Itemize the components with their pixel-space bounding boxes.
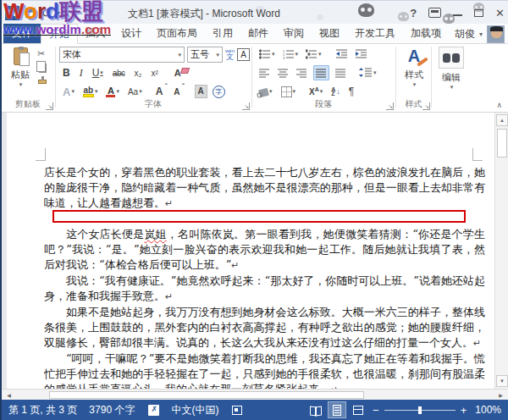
text-effects-icon[interactable]: A▾ [61,84,76,99]
font-color-icon[interactable]: A▾ [104,84,121,99]
page-indicator[interactable]: 第 1 页, 共 3 页 [8,403,77,417]
subscript-icon[interactable]: x₂ [132,65,143,80]
format-painter-icon[interactable] [38,80,47,84]
bullets-icon[interactable]: ▾ [257,47,277,62]
font-size-select[interactable]: 五号 ▾ [187,47,223,63]
horizontal-scrollbar[interactable]: ◀ ▶ [2,389,508,400]
enclose-characters-icon[interactable]: 字 [213,86,225,98]
font-dialog-launcher[interactable] [242,102,250,110]
tab-file[interactable]: 文件 [3,24,41,43]
character-border-icon[interactable]: A [237,48,250,61]
tab-加载项[interactable]: 加载项 [403,24,449,43]
web-layout-icon[interactable] [349,401,367,418]
grow-font-icon[interactable]: Aˆ [154,84,168,99]
proofing-errors-icon[interactable] [148,405,159,416]
change-case-icon[interactable]: Aa▾ [126,84,144,99]
language-indicator[interactable]: 中文(中国) [171,403,218,417]
user-account-area[interactable]: 胡俊 ▾ [455,24,505,44]
distribute-text-icon[interactable] [334,65,348,80]
clipboard-icon [14,47,28,65]
cut-icon[interactable]: ✂ [37,48,47,59]
user-avatar[interactable] [487,25,505,43]
zoom-slider[interactable] [384,410,456,411]
tab-设计[interactable]: 设计 [113,24,149,43]
shading-icon[interactable]: ▾ [257,84,274,99]
paragraph: 店长是个女的，穿着黑色的职业套装，看上去二十七八岁左右，棕色的波浪发扎在脑后，她… [44,165,485,212]
undo-icon[interactable]: ↺ [41,7,51,19]
numbering-icon[interactable]: 123 ▾ [281,47,301,62]
asian-layout-icon[interactable]: XA▾ [307,84,324,99]
scroll-down-icon[interactable]: ▼ [496,375,508,387]
editing-button[interactable]: 编辑 ▾ [437,47,466,101]
collapse-ribbon-icon[interactable]: ∧ [496,101,502,109]
tab-页面布局[interactable]: 页面布局 [149,24,205,43]
zoom-out-icon[interactable]: − [373,404,379,417]
superscript-icon[interactable]: x² [149,65,159,80]
document-text[interactable]: 店长是个女的，穿着黑色的职业套装，看上去二十七八岁左右，棕色的波浪发扎在脑后，她… [44,165,485,389]
horizontal-scroll-thumb[interactable] [49,391,364,399]
scroll-right-icon[interactable]: ▶ [495,390,506,400]
help-icon[interactable]: ? [410,8,417,19]
styles-dialog-launcher[interactable] [422,102,430,110]
document-area[interactable]: 店长是个女的，穿着黑色的职业套装，看上去二十七八岁左右，棕色的波浪发扎在脑后，她… [2,113,508,389]
tab-开始[interactable]: 开始 [41,24,78,44]
margin-corner-mark [472,148,483,161]
word-count[interactable]: 3790 个字 [89,403,135,417]
close-icon[interactable]: ✕ [495,8,505,19]
paste-button[interactable]: 粘贴 ▾ [7,47,34,98]
title-bar: W ↺ ▾ 文档1 [兼容模式] - Microsoft Word ? ✕ [2,0,508,24]
sort-icon[interactable]: AZ↓ [329,84,342,99]
vertical-scroll-thumb[interactable] [497,129,507,158]
styles-icon: A [408,47,420,65]
styles-button[interactable]: A 样式 ▾ [400,47,428,99]
increase-indent-icon[interactable] [354,47,369,62]
font-name-select[interactable]: 宋体 ▾ [59,47,185,63]
tab-引用[interactable]: 引用 [205,24,240,43]
zoom-level[interactable]: 100% [475,404,501,416]
bold-icon[interactable]: B [61,65,72,80]
zoom-in-icon[interactable]: + [461,404,467,417]
italic-icon[interactable]: I [78,65,85,80]
tab-审阅[interactable]: 审阅 [276,24,312,43]
text-highlight-icon[interactable]: ab▾ [81,84,100,99]
align-right-icon[interactable] [295,65,309,80]
multilevel-list-icon[interactable]: ▾ [304,47,323,62]
font-size-caret-icon: ▾ [216,52,219,58]
shrink-font-icon[interactable]: Aˇ [172,84,184,99]
clipboard-dialog-launcher[interactable] [46,102,53,110]
paragraph-dialog-launcher[interactable] [386,102,394,110]
copy-icon[interactable] [39,64,47,73]
status-bar: 第 1 页, 共 3 页 3790 个字 中文(中国) − + 100% [2,400,508,420]
read-mode-icon[interactable] [306,401,325,418]
align-center-icon[interactable] [276,65,290,80]
paragraph-mark-icon: ↵ [165,291,173,302]
tab-邮件[interactable]: 邮件 [240,24,276,43]
paragraph: 这个女店长便是岚姐，名叫陈依岚。第一眼看到我，她便微笑着猜测：“你还是个学生吧？… [44,227,485,274]
scroll-left-icon[interactable]: ◀ [3,390,14,400]
tab-开发工具[interactable]: 开发工具 [347,24,403,43]
phonetic-guide-icon[interactable]: wén文 [225,48,235,61]
ribbon-display-options-icon[interactable] [428,8,441,18]
align-left-icon[interactable] [257,65,272,80]
minimize-icon[interactable] [453,14,462,16]
qat-customize-icon[interactable]: ▾ [57,9,60,17]
justify-icon[interactable] [313,65,329,80]
vertical-scrollbar[interactable]: ▲ ▼ [494,113,508,389]
save-icon[interactable] [25,8,36,18]
zoom-slider-thumb[interactable] [418,406,422,414]
character-shading-icon[interactable]: A [195,85,207,98]
line-spacing-icon[interactable]: ▾ [357,65,378,80]
tab-插入[interactable]: 插入 [78,24,113,43]
clear-formatting-icon[interactable]: A [173,65,189,80]
strikethrough-icon[interactable]: abc [111,65,127,80]
decrease-indent-icon[interactable] [334,47,350,62]
maximize-icon[interactable] [474,9,483,17]
borders-icon[interactable]: ▾ [279,84,298,99]
print-layout-icon[interactable] [328,401,346,418]
tab-视图[interactable]: 视图 [312,24,347,43]
macro-record-icon[interactable] [232,406,242,415]
user-menu-caret-icon[interactable]: ▾ [479,30,483,38]
underline-icon[interactable]: U▾ [91,65,105,80]
scroll-up-icon[interactable]: ▲ [496,114,508,126]
show-hide-marks-icon[interactable]: ¶ [347,84,356,99]
